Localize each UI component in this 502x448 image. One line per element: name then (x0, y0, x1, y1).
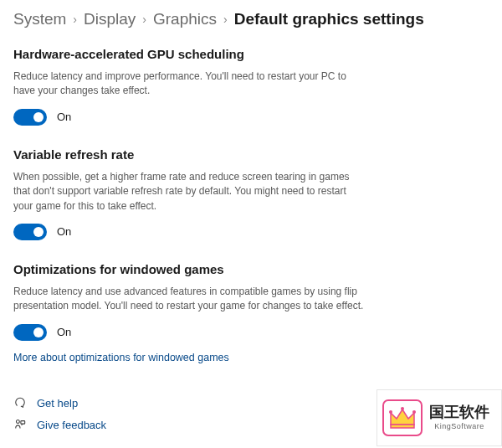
svg-point-0 (16, 420, 19, 424)
breadcrumb: System › Display › Graphics › Default gr… (13, 10, 489, 28)
watermark-text-en: KingSoftware (434, 423, 484, 431)
get-help-link[interactable]: Get help (13, 396, 106, 409)
section-title: Variable refresh rate (13, 147, 365, 162)
svg-rect-6 (391, 425, 414, 428)
give-feedback-label: Give feedback (37, 419, 106, 431)
toggle-row-gpu-scheduling: On (13, 109, 365, 126)
breadcrumb-graphics[interactable]: Graphics (153, 10, 217, 28)
breadcrumb-display[interactable]: Display (84, 10, 136, 28)
help-icon (13, 396, 27, 409)
get-help-label: Get help (37, 397, 78, 409)
chevron-right-icon: › (142, 13, 146, 26)
footer-links: Get help Give feedback (13, 396, 106, 440)
toggle-state-label: On (57, 111, 71, 123)
more-about-windowed-link[interactable]: More about optimizations for windowed ga… (13, 352, 229, 363)
toggle-vrr[interactable] (13, 224, 47, 240)
svg-point-4 (401, 407, 404, 410)
breadcrumb-system[interactable]: System (13, 10, 66, 28)
svg-rect-1 (21, 421, 25, 425)
section-gpu-scheduling: Hardware-accelerated GPU scheduling Redu… (13, 47, 365, 126)
breadcrumb-current: Default graphics settings (234, 10, 424, 28)
feedback-icon (13, 418, 27, 431)
section-description: Reduce latency and use advanced features… (13, 285, 365, 314)
give-feedback-link[interactable]: Give feedback (13, 418, 106, 431)
section-description: When possible, get a higher frame rate a… (13, 170, 365, 214)
toggle-row-windowed: On (13, 324, 365, 341)
chevron-right-icon: › (223, 13, 228, 26)
toggle-state-label: On (57, 326, 71, 338)
section-description: Reduce latency and improve performance. … (13, 70, 365, 99)
toggle-gpu-scheduling[interactable] (13, 109, 47, 126)
watermark-logo: 国王软件 KingSoftware (376, 389, 502, 446)
toggle-state-label: On (57, 225, 71, 238)
svg-point-3 (389, 410, 392, 414)
section-variable-refresh-rate: Variable refresh rate When possible, get… (13, 147, 365, 240)
toggle-row-vrr: On (13, 224, 365, 240)
chevron-right-icon: › (73, 13, 77, 26)
crown-icon (382, 399, 423, 436)
watermark-text-cn: 国王软件 (429, 404, 489, 421)
section-title: Optimizations for windowed games (13, 262, 365, 276)
section-windowed-optimizations: Optimizations for windowed games Reduce … (13, 262, 365, 364)
svg-point-5 (412, 410, 416, 414)
section-title: Hardware-accelerated GPU scheduling (13, 47, 365, 61)
toggle-windowed-optimizations[interactable] (13, 324, 47, 341)
